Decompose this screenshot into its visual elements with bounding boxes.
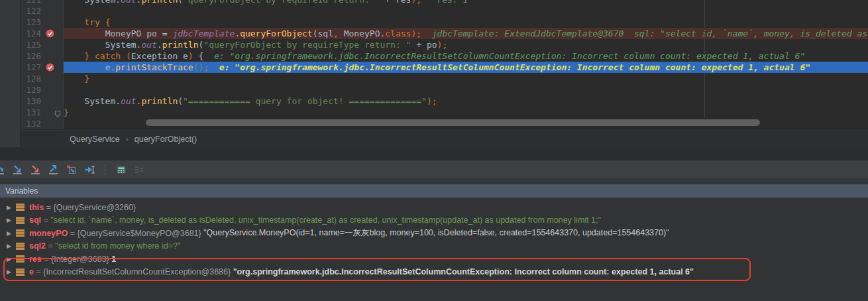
breadcrumb-separator-icon: › <box>126 135 129 144</box>
step-out-icon[interactable] <box>48 164 59 175</box>
variable-icon <box>16 243 25 250</box>
line-number: 129 <box>20 84 41 95</box>
gutter-icon-slot <box>41 84 62 95</box>
gutter[interactable]: 130 <box>20 95 64 107</box>
gutter-icon-slot <box>41 28 62 39</box>
line-number: 123 <box>20 17 41 28</box>
expand-arrow-icon[interactable]: ▶ <box>7 256 16 263</box>
code-text: System.out.println("queryForObject by re… <box>64 0 868 5</box>
toolbar-separator <box>105 164 106 175</box>
variable-icon <box>16 217 25 224</box>
code-lines: 121 System.out.println("queryForObject b… <box>20 0 868 129</box>
variable-row-sql2[interactable]: ▶sql2 = "select id from money where id=?… <box>0 240 868 253</box>
run-to-cursor-icon[interactable] <box>84 164 95 175</box>
evaluate-expression-icon[interactable] <box>116 164 127 175</box>
code-line: 127 e.printStackTrace(); e: "org.springf… <box>20 62 868 73</box>
variable-text: moneyPO <box>29 229 68 238</box>
editor-horizontal-scrollbar[interactable] <box>146 119 760 126</box>
variable-text: = <box>42 255 51 264</box>
variable-text: {IncorrectResultSetColumnCountException@… <box>43 267 233 276</box>
expand-arrow-icon[interactable]: ▶ <box>7 217 16 223</box>
code-line: 129 <box>20 84 868 95</box>
variable-icon <box>16 204 25 211</box>
gutter-icon-slot <box>41 17 62 28</box>
line-number: 125 <box>20 39 41 50</box>
line-number: 130 <box>20 95 41 107</box>
line-number: 121 <box>20 0 41 5</box>
line-number: 122 <box>20 5 41 17</box>
code-line: 124 MoneyPO po = jdbcTemplate.queryForOb… <box>20 28 868 39</box>
gutter[interactable]: 122 <box>20 5 64 17</box>
code-text: } <box>64 107 868 118</box>
gutter-icon-slot <box>41 107 62 118</box>
breadcrumb-class[interactable]: QueryService <box>70 135 120 144</box>
variable-text: {QueryService$MoneyPO@3681} <box>78 229 204 238</box>
variable-text: sql <box>29 215 41 225</box>
variables-tab-label: Variables <box>5 186 38 196</box>
breadcrumb-method[interactable]: queryForObject() <box>135 135 197 144</box>
gutter[interactable]: 129 <box>20 84 64 95</box>
breakpoint-icon[interactable] <box>46 29 54 38</box>
breakpoint-icon[interactable] <box>46 63 54 72</box>
gutter[interactable]: 126 <box>20 50 64 62</box>
variables-rows: ▶this = {QueryService@3260}▶sql = "selec… <box>0 201 868 278</box>
line-number: 128 <box>20 73 41 84</box>
gutter-icon-slot <box>41 62 62 73</box>
variable-text: = <box>46 241 55 251</box>
variable-icon <box>16 255 25 263</box>
gutter-icon-slot <box>41 118 62 129</box>
code-editor[interactable]: 121 System.out.println("queryForObject b… <box>0 0 868 130</box>
expand-arrow-icon[interactable]: ▶ <box>7 269 16 275</box>
gutter-icon-slot <box>41 50 62 62</box>
variable-text: "select id from money where id=?" <box>55 241 180 251</box>
variable-row-e[interactable]: ▶e = {IncorrectResultSetColumnCountExcep… <box>0 266 868 279</box>
code-text <box>64 84 868 95</box>
code-text: System.out.println("============ query f… <box>64 95 868 107</box>
step-over-icon[interactable] <box>0 164 5 175</box>
variable-text: = <box>41 215 50 225</box>
gutter[interactable]: 125 <box>20 39 64 50</box>
gutter[interactable]: 121 <box>20 0 64 5</box>
variable-text: 1 <box>111 255 116 264</box>
code-text: System.out.println("queryForObject by re… <box>64 39 868 50</box>
line-number: 126 <box>20 50 41 62</box>
panel-splitter[interactable] <box>0 148 868 160</box>
variable-text: "QueryService.MoneyPO(id=1, name=一灰灰blog… <box>203 227 669 239</box>
variable-text: e <box>29 267 34 276</box>
step-into-icon[interactable] <box>13 164 23 175</box>
force-step-into-icon[interactable] <box>30 164 41 175</box>
variable-text: res <box>29 255 42 264</box>
expand-arrow-icon[interactable]: ▶ <box>7 204 16 211</box>
gutter[interactable]: 123 <box>20 17 64 28</box>
variable-row-sql[interactable]: ▶sql = "select id, `name`, money, is_del… <box>0 214 868 227</box>
gutter-icon-slot <box>41 0 62 5</box>
line-number: 131 <box>20 107 41 118</box>
gutter[interactable]: 131 <box>20 107 64 118</box>
variable-row-moneyPO[interactable]: ▶moneyPO = {QueryService$MoneyPO@3681} "… <box>0 227 868 240</box>
code-text: e.printStackTrace(); e: "org.springframe… <box>64 62 868 73</box>
expand-arrow-icon[interactable]: ▶ <box>7 230 16 237</box>
code-line: 125 System.out.println("queryForObject b… <box>20 39 868 50</box>
variable-text: = <box>68 229 77 238</box>
drop-frame-icon[interactable] <box>66 164 77 175</box>
line-number: 132 <box>20 118 41 129</box>
gutter[interactable]: 127 <box>20 62 64 73</box>
variable-text: {Integer@3683} <box>51 255 111 264</box>
code-text <box>64 5 868 17</box>
gutter[interactable]: 128 <box>20 73 64 84</box>
variable-row-this[interactable]: ▶this = {QueryService@3260} <box>0 201 868 214</box>
gutter-icon-slot <box>41 73 62 84</box>
gutter-icon-slot <box>41 39 62 50</box>
code-line: 130 System.out.println("============ que… <box>20 95 868 107</box>
variables-tab[interactable]: Variables <box>0 184 868 198</box>
gutter[interactable]: 132 <box>20 118 64 129</box>
variable-text: "select id, `name`, money, is_deleted as… <box>50 215 601 225</box>
variable-text: = <box>44 203 53 212</box>
gutter[interactable]: 124 <box>20 28 64 39</box>
ide-window: 121 System.out.println("queryForObject b… <box>0 0 868 301</box>
fold-marker-icon[interactable] <box>54 109 61 116</box>
expand-arrow-icon[interactable]: ▶ <box>7 243 16 249</box>
variable-text: "org.springframework.jdbc.IncorrectResul… <box>233 267 694 276</box>
variables-panel: ▶this = {QueryService@3260}▶sql = "selec… <box>0 198 868 301</box>
variable-row-res[interactable]: ▶res = {Integer@3683} 1 <box>0 253 868 266</box>
